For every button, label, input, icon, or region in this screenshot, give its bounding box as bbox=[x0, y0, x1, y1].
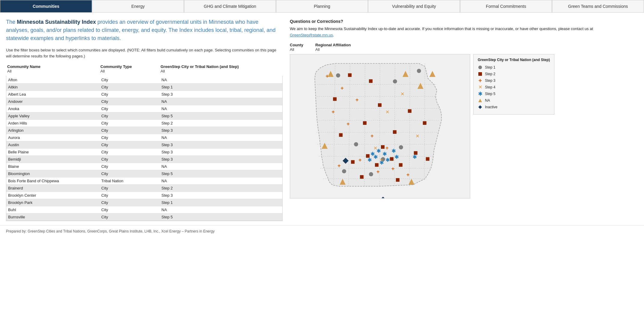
svg-text:✱: ✱ bbox=[370, 151, 375, 157]
col-filter-type[interactable]: All bbox=[99, 69, 159, 75]
col-filter-step[interactable]: All bbox=[159, 69, 283, 75]
table-row[interactable]: Belle PlaineCityStep 3 bbox=[6, 149, 282, 156]
svg-marker-84 bbox=[478, 105, 482, 109]
svg-rect-82 bbox=[478, 72, 482, 76]
svg-rect-34 bbox=[423, 121, 426, 125]
questions-email[interactable]: GreenStep@state.mn.us bbox=[290, 33, 333, 37]
nav-energy[interactable]: Energy bbox=[92, 0, 184, 12]
community-type: City bbox=[100, 185, 160, 192]
table-row[interactable]: Arden HillsCityStep 2 bbox=[6, 120, 282, 127]
community-step: Step 3 bbox=[160, 192, 282, 199]
community-type: Tribal Nation bbox=[100, 177, 160, 185]
community-type: City bbox=[100, 192, 160, 199]
nav-greenteams[interactable]: Green Teams and Commissions bbox=[552, 0, 644, 12]
nav-ghg[interactable]: GHG and Climate Mitigation bbox=[184, 0, 276, 12]
community-type: City bbox=[100, 149, 160, 156]
community-step: Step 1 bbox=[160, 84, 282, 91]
table-row[interactable]: AnokaCityNA bbox=[6, 105, 282, 112]
table-row[interactable]: Albert LeaCityStep 3 bbox=[6, 91, 282, 98]
regional-value[interactable]: All bbox=[315, 47, 351, 52]
svg-text:✕: ✕ bbox=[385, 109, 389, 115]
county-value[interactable]: All bbox=[290, 47, 303, 52]
svg-text:✕: ✕ bbox=[400, 91, 404, 97]
svg-rect-43 bbox=[396, 178, 400, 182]
community-name: Brooklyn Center bbox=[6, 192, 100, 199]
legend-step1-symbol bbox=[478, 65, 483, 70]
svg-rect-40 bbox=[399, 163, 403, 167]
table-row[interactable]: ArlingtonCityStep 3 bbox=[6, 127, 282, 134]
col-filter-name[interactable]: All bbox=[6, 69, 99, 75]
col-header-name[interactable]: Community Name bbox=[6, 63, 99, 69]
svg-point-24 bbox=[369, 172, 373, 176]
svg-text:+: + bbox=[385, 145, 388, 151]
county-label[interactable]: County bbox=[290, 43, 303, 47]
table-row[interactable]: Bois Forte Band of ChippewaTribal Nation… bbox=[6, 177, 282, 185]
legend-step4-label: Step 4 bbox=[485, 85, 495, 89]
community-step: NA bbox=[160, 206, 282, 214]
right-panel: Questions or Corrections? We aim to keep… bbox=[290, 18, 638, 221]
nav-vulnerability[interactable]: Vulnerability and Equity bbox=[368, 0, 460, 12]
svg-text:+: + bbox=[341, 85, 344, 91]
legend-step3-symbol: + bbox=[478, 78, 483, 83]
community-step: Step 3 bbox=[160, 91, 282, 98]
community-name: Apple Valley bbox=[6, 112, 100, 120]
table-row[interactable]: BlaineCityNA bbox=[6, 163, 282, 170]
community-type: City bbox=[100, 134, 160, 141]
table-row[interactable]: AndoverCityNA bbox=[6, 98, 282, 105]
table-row[interactable]: BurnsvilleCityStep 5 bbox=[6, 214, 282, 221]
community-name: Brooklyn Park bbox=[6, 199, 100, 206]
community-name: Aurora bbox=[6, 134, 100, 141]
table-row[interactable]: BemidjiCityStep 3 bbox=[6, 156, 282, 163]
community-name: Austin bbox=[6, 141, 100, 149]
nav-communities[interactable]: Communities bbox=[0, 0, 92, 12]
svg-text:+: + bbox=[406, 172, 409, 178]
nav-planning[interactable]: Planning bbox=[276, 0, 368, 12]
svg-rect-28 bbox=[333, 97, 337, 101]
svg-rect-37 bbox=[390, 157, 394, 161]
table-row[interactable]: BuhlCityNA bbox=[6, 206, 282, 214]
community-type: City bbox=[100, 76, 160, 84]
map-container: + + + + + + + + + + + + ✕ ✕ ✕ ✕ bbox=[290, 54, 470, 199]
svg-text:✱: ✱ bbox=[412, 154, 417, 160]
navigation: Communities Energy GHG and Climate Mitig… bbox=[0, 0, 644, 13]
table-row[interactable]: Brooklyn CenterCityStep 3 bbox=[6, 192, 282, 199]
community-type: City bbox=[100, 163, 160, 170]
community-step: Step 3 bbox=[160, 127, 282, 134]
regional-filter: Regional Affiliation All bbox=[315, 43, 351, 52]
questions-box: Questions or Corrections? We aim to keep… bbox=[290, 18, 638, 38]
legend-inactive: Inactive bbox=[478, 105, 550, 109]
data-table: AftonCityNAAitkinCityStep 1Albert LeaCit… bbox=[6, 76, 282, 221]
col-header-type[interactable]: Community Type bbox=[99, 63, 159, 69]
svg-text:✱: ✱ bbox=[379, 160, 384, 166]
table-row[interactable]: Brooklyn ParkCityStep 1 bbox=[6, 199, 282, 206]
nav-formal[interactable]: Formal Commitments bbox=[460, 0, 552, 12]
legend-na-symbol bbox=[478, 98, 483, 103]
svg-rect-35 bbox=[381, 145, 385, 149]
community-name: Albert Lea bbox=[6, 91, 100, 98]
table-row[interactable]: AitkinCityStep 1 bbox=[6, 84, 282, 91]
table-row[interactable]: BrainerdCityStep 2 bbox=[6, 185, 282, 192]
col-header-step[interactable]: GreenStep City or Tribal Nation (and Ste… bbox=[159, 63, 283, 69]
community-type: City bbox=[100, 91, 160, 98]
svg-rect-31 bbox=[339, 133, 343, 137]
regional-label[interactable]: Regional Affiliation bbox=[315, 43, 351, 47]
svg-marker-83 bbox=[478, 99, 482, 102]
svg-point-23 bbox=[399, 145, 403, 149]
svg-rect-32 bbox=[393, 130, 397, 134]
table-row[interactable]: AftonCityNA bbox=[6, 76, 282, 84]
legend-step5-label: Step 5 bbox=[485, 92, 495, 96]
svg-marker-74 bbox=[429, 71, 435, 77]
svg-text:+: + bbox=[391, 166, 394, 172]
table-row[interactable]: AustinCityStep 3 bbox=[6, 141, 282, 149]
community-step: Step 1 bbox=[160, 199, 282, 206]
legend-step2-label: Step 2 bbox=[485, 72, 495, 76]
svg-text:✱: ✱ bbox=[391, 148, 396, 154]
svg-text:✱: ✱ bbox=[367, 157, 372, 163]
svg-point-18 bbox=[336, 73, 340, 78]
community-name: Afton bbox=[6, 76, 100, 84]
table-row[interactable]: Apple ValleyCityStep 5 bbox=[6, 112, 282, 120]
svg-text:+: + bbox=[355, 97, 358, 103]
table-row[interactable]: AuroraCityNA bbox=[6, 134, 282, 141]
community-type: City bbox=[100, 112, 160, 120]
table-row[interactable]: BloomingtonCityStep 5 bbox=[6, 170, 282, 177]
